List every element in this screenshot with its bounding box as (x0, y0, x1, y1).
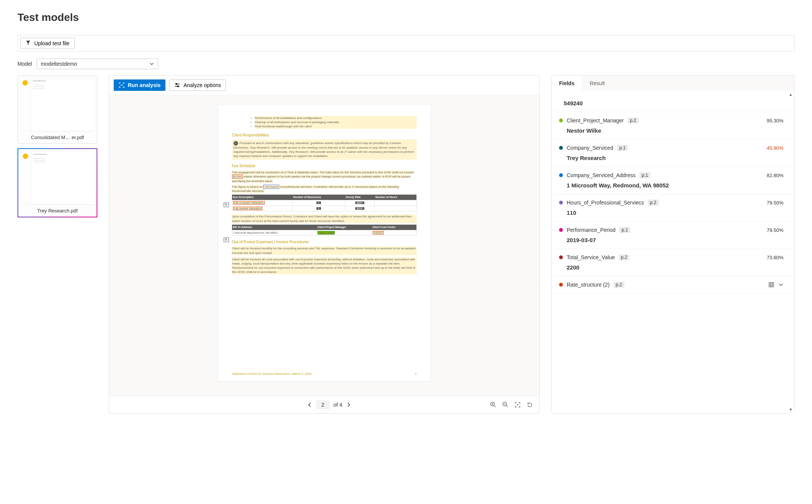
upload-toolbar: Upload test file (17, 35, 795, 52)
tab-result[interactable]: Result (582, 76, 612, 91)
status-dot-icon (22, 80, 28, 86)
field-name: Hours_of_Professional_Serviecs (567, 200, 644, 206)
scroll-up-icon[interactable]: ▲ (789, 92, 793, 97)
confidence-value: 79.50% (767, 200, 783, 206)
page-badge: p.1 (639, 172, 650, 178)
field-name: Rate_structure (2) (567, 282, 610, 288)
document-page: Performance of all installations and con… (218, 104, 431, 382)
field-name: Performance_Period (567, 227, 615, 233)
field-value: 110 (567, 209, 783, 216)
field-item[interactable]: Company_Serviced p.1 45.90% Trey Researc… (551, 139, 794, 167)
field-value: Trey Research (567, 155, 783, 161)
scan-icon (119, 82, 125, 88)
field-item[interactable]: Company_Serviced_Address p.1 82.80% 1 Mi… (551, 167, 794, 194)
info-icon: i (234, 141, 238, 146)
page-badge: p.2 (613, 282, 624, 288)
page-badge: p.2 (628, 117, 639, 124)
confidence-value: 95.30% (767, 118, 783, 124)
field-value: Nestor Wilke (567, 127, 783, 134)
thumbnail-card[interactable]: Contoso Electronics—————————————————————… (17, 148, 97, 217)
field-item[interactable]: Client_Project_Manager p.2 95.30% Nestor… (551, 112, 794, 139)
fit-icon[interactable] (514, 401, 521, 408)
field-item[interactable]: Total_Service_Value p.2 73.60% 2200 (551, 249, 794, 276)
analyze-options-label: Analyze options (183, 82, 221, 88)
field-item-rate-structure[interactable]: Rate_structure (2) p.2 (551, 276, 794, 293)
table-icon: ⊞ (224, 203, 229, 207)
field-color-dot (559, 283, 563, 287)
thumbnail-preview: Contoso Electronics—————————————————————… (31, 151, 94, 204)
next-page-button[interactable] (346, 402, 351, 407)
field-value: 2200 (567, 264, 783, 271)
field-value: 2019-03-07 (567, 237, 783, 243)
field-color-dot (559, 228, 563, 232)
thumbnail-name: Consolidated M… er.pdf (20, 131, 95, 143)
run-analysis-button[interactable]: Run analysis (114, 79, 165, 91)
page-badge: p.2 (619, 254, 630, 260)
chevron-down-icon[interactable] (778, 282, 783, 287)
tabs: Fields Result (551, 76, 794, 91)
table-icon[interactable] (768, 282, 774, 288)
field-color-dot (559, 173, 563, 177)
viewer-footer: 2 of 4 (109, 396, 539, 413)
page-total-label: of 4 (334, 402, 342, 408)
sliders-icon (174, 82, 180, 88)
status-dot-icon (23, 154, 28, 159)
upload-icon (25, 40, 31, 46)
tab-fields[interactable]: Fields (551, 76, 582, 91)
analyze-options-button[interactable]: Analyze options (169, 79, 226, 91)
rate-table: Item DescriptionNumber of ResourcesHourl… (232, 195, 417, 211)
field-list[interactable]: ▲ 549240 Client_Project_Manager p.2 95.3… (551, 91, 794, 413)
confidence-value: 73.60% (767, 255, 783, 260)
field-item[interactable]: Performance_Period p.1 79.50% 2019-03-07 (551, 222, 794, 249)
page-badge: p.2 (648, 200, 659, 206)
zoom-out-icon[interactable] (502, 401, 509, 408)
model-select[interactable]: modeltestdemo (37, 59, 158, 69)
page-badge: p.1 (617, 145, 628, 151)
thumbnail-preview: Contoso Electronics—————————————————————… (31, 78, 95, 131)
field-color-dot (559, 201, 563, 204)
thumbnail-card[interactable]: Contoso Electronics—————————————————————… (17, 75, 97, 144)
field-name: Client_Project_Manager (567, 117, 624, 124)
zoom-in-icon[interactable] (490, 401, 497, 408)
viewer-canvas[interactable]: Performance of all installations and con… (109, 95, 539, 396)
bill-table: Bill To AddressClient Project ManagerCli… (232, 225, 417, 236)
model-selected-value: modeltestdemo (41, 61, 77, 67)
field-value: 1 Microsoft Way, Redmond, WA 98052 (567, 182, 783, 189)
scroll-down-icon[interactable]: ▼ (789, 407, 793, 412)
viewer-toolbar: Run analysis Analyze options (109, 76, 539, 95)
field-color-dot (559, 255, 563, 259)
model-label: Model (17, 61, 32, 67)
confidence-value: 82.80% (767, 173, 783, 178)
chevron-down-icon (149, 62, 154, 66)
prev-page-button[interactable] (307, 402, 312, 407)
svg-rect-5 (769, 282, 774, 287)
table-icon: ⊞ (224, 238, 229, 242)
run-analysis-label: Run analysis (128, 82, 160, 88)
page-badge: p.1 (619, 227, 630, 233)
field-color-dot (559, 146, 563, 150)
confidence-value: 45.90% (767, 145, 783, 151)
field-name: Total_Service_Value (567, 254, 615, 260)
field-color-dot (559, 119, 563, 122)
upload-test-file-button[interactable]: Upload test file (20, 38, 75, 49)
field-item-top: 549240 (551, 91, 794, 112)
results-panel: Fields Result ▲ 549240 Client_Project_Ma… (551, 75, 795, 414)
field-value: 549240 (564, 100, 783, 106)
upload-label: Upload test file (34, 40, 70, 46)
thumbnail-list: Contoso Electronics—————————————————————… (17, 75, 97, 414)
thumbnail-name: Trey Research.pdf (21, 204, 94, 217)
rotate-icon[interactable] (526, 401, 533, 408)
svg-point-4 (517, 404, 518, 405)
document-viewer: Run analysis Analyze options Performance… (109, 75, 540, 414)
field-name: Company_Serviced_Address (567, 172, 636, 178)
field-item[interactable]: Hours_of_Professional_Serviecs p.2 79.50… (551, 194, 794, 222)
page-title: Test models (17, 11, 795, 24)
current-page[interactable]: 2 (316, 400, 330, 409)
confidence-value: 79.50% (767, 227, 783, 233)
field-name: Company_Serviced (567, 145, 613, 151)
